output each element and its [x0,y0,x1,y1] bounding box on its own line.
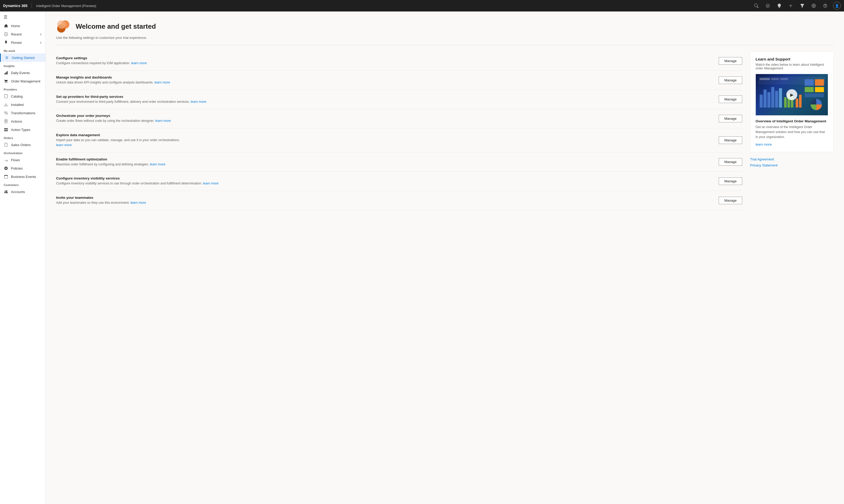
providers-section: Providers [0,85,46,92]
manage-btn-1[interactable]: Manage [719,76,742,84]
svg-rect-19 [815,79,824,86]
sidebar-item-installed[interactable]: Installed [0,101,46,109]
plus-icon[interactable] [787,2,794,10]
svg-rect-22 [805,93,824,97]
privacy-statement-link[interactable]: Privacy Statement [750,163,833,167]
manage-btn-3[interactable]: Manage [719,115,742,122]
svg-rect-20 [805,87,814,92]
support-card: Learn and Support Watch the video below … [750,51,833,152]
svg-rect-16 [796,98,798,108]
transformations-icon [4,111,8,115]
circle-check-icon[interactable] [764,2,771,10]
installed-icon [4,102,8,107]
help-icon[interactable] [822,2,829,10]
support-title: Learn and Support [756,57,828,61]
search-icon[interactable] [753,2,760,10]
order-management-icon [4,79,8,84]
sidebar-item-policies[interactable]: Policies [0,164,46,173]
page-title: Welcome and get started [76,22,156,31]
manage-btn-5[interactable]: Manage [719,158,742,166]
installed-label: Installed [11,103,42,107]
actions-icon [4,119,8,124]
sidebar-item-action-types[interactable]: Action Types [0,125,46,134]
manage-btn-4[interactable]: Manage [719,137,742,144]
page-divider [56,45,833,45]
setting-info-orchestrate-journeys: Orchestrate your order journeys Create o… [56,114,714,123]
topbar-brand: Dynamics 365 [3,4,28,8]
accounts-icon [4,190,8,194]
setting-link-1[interactable]: learn more [155,80,170,84]
trial-agreement-link[interactable]: Trial Agreement [750,157,833,161]
svg-rect-11 [775,91,778,107]
main-layout: ☰ Home Recent ∨ Pinned ∨ My work [0,12,844,504]
flows-label: Flows [11,158,42,162]
manage-btn-6[interactable]: Manage [719,177,742,185]
sidebar-item-transformations[interactable]: Transformations [0,109,46,117]
setting-link-7[interactable]: learn more [130,201,146,204]
hamburger-menu[interactable]: ☰ [0,12,46,22]
sidebar-item-order-management[interactable]: Order Management [0,77,46,85]
setting-row-inventory-visibility: Configure inventory visibility services … [56,172,742,191]
sidebar-item-sales-orders[interactable]: Sales Orders [0,141,46,149]
topbar: Dynamics 365 Intelligent Order Managemen… [0,0,844,12]
svg-rect-12 [779,88,782,107]
business-events-icon [4,174,8,179]
setting-desc-6: Configure inventory visibility services … [56,181,714,186]
svg-rect-21 [815,87,824,92]
sidebar-item-pinned[interactable]: Pinned ∨ [0,38,46,47]
video-play-button[interactable]: ▶ [786,89,797,100]
manage-btn-0[interactable]: Manage [719,57,742,65]
home-icon [4,23,8,28]
support-panel: Learn and Support Watch the video below … [750,51,833,167]
setting-link-0[interactable]: learn more [131,61,147,65]
getting-started-label: Getting Started [12,56,42,60]
video-card-title: Overview of Intelligent Order Management [756,119,828,123]
user-avatar[interactable]: 👤 [833,2,841,10]
sidebar-item-business-events[interactable]: Business Events [0,173,46,181]
manage-btn-2[interactable]: Manage [719,95,742,103]
setting-title-4: Explore data management [56,133,714,137]
setting-desc-4: Import your data so you can validate, ma… [56,138,714,148]
accounts-label: Accounts [11,190,42,194]
setting-row-manage-insights: Manage insights and dashboards Unlock da… [56,71,742,90]
pin-icon [4,40,8,45]
sidebar-item-actions[interactable]: Actions [0,117,46,125]
catalog-icon [4,94,8,98]
settings-list: Configure settings Configure connections… [56,51,742,210]
lightbulb-icon[interactable] [776,2,783,10]
setting-info-fulfillment-optimization: Enable fulfillment optimization Maximize… [56,157,714,167]
setting-desc-0: Configure connections required by IOM ap… [56,61,714,66]
sidebar-item-catalog[interactable]: Catalog [0,92,46,101]
setting-link-2[interactable]: learn more [191,100,207,104]
settings-icon[interactable] [810,2,817,10]
sidebar-item-flows[interactable]: Flows [0,156,46,164]
setting-row-configure-settings: Configure settings Configure connections… [56,51,742,71]
orders-section: Orders [0,134,46,141]
sidebar-item-daily-events[interactable]: Daily Events [0,69,46,77]
setting-link-4[interactable]: learn more [56,143,72,147]
setting-desc-7: Add your teammates so they use this envi… [56,200,714,205]
video-thumbnail[interactable]: ▶ [756,74,828,115]
sidebar-item-accounts[interactable]: Accounts [0,187,46,196]
setting-title-0: Configure settings [56,56,714,60]
setting-link-6[interactable]: learn more [203,182,219,185]
filter-icon[interactable] [798,2,806,10]
customers-section: Customers [0,181,46,187]
svg-rect-18 [805,79,814,86]
page-subtitle: Use the following settings to customize … [56,36,833,40]
sidebar-item-getting-started[interactable]: Getting Started [0,53,46,62]
svg-rect-5 [771,78,779,80]
my-work-section: My work [0,47,46,53]
setting-link-5[interactable]: learn more [150,163,165,166]
manage-btn-7[interactable]: Manage [719,197,742,204]
catalog-label: Catalog [11,94,42,98]
sidebar-item-recent[interactable]: Recent ∨ [0,30,46,38]
setting-link-3[interactable]: learn more [155,119,171,123]
sidebar-item-home[interactable]: Home [0,22,46,30]
recent-label: Recent [11,32,37,36]
video-learn-more-link[interactable]: learn more [756,142,772,146]
setting-info-setup-providers: Set up providers for third-party service… [56,95,714,104]
setting-info-configure-settings: Configure settings Configure connections… [56,56,714,66]
transformations-label: Transformations [11,111,42,115]
sales-orders-icon [4,142,8,147]
